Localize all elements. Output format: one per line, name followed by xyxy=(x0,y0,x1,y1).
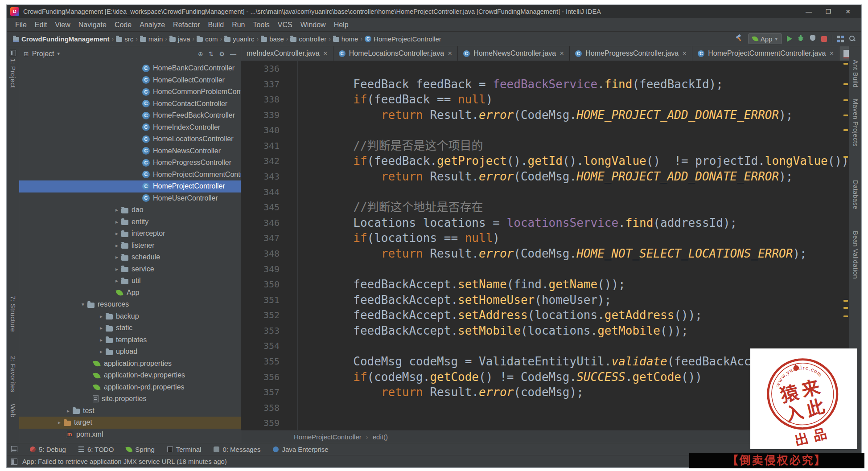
expand-arrow-icon[interactable]: ▸ xyxy=(55,419,64,426)
editor-tab-homeprogresscontroller-java[interactable]: CHomeProgressController.java✕ xyxy=(570,46,692,61)
line-number[interactable]: 338 xyxy=(241,92,297,107)
line-number[interactable]: 343 xyxy=(241,169,297,184)
panel-title-caret-icon[interactable]: ▾ xyxy=(58,51,60,57)
breadcrumb-item-base[interactable]: base xyxy=(261,35,284,43)
breadcrumb-item-home[interactable]: home xyxy=(333,35,358,43)
breadcrumb-item-crowdfundingmanagement[interactable]: CrowdFundingManagement xyxy=(13,35,110,43)
expand-arrow-icon[interactable]: ▸ xyxy=(112,219,121,225)
code-line[interactable]: 344 xyxy=(241,184,849,200)
tree-item-static[interactable]: ▸static xyxy=(19,322,241,334)
tree-item-homeprojectcommentcontroller[interactable]: CHomeProjectCommentController xyxy=(19,169,241,181)
maximize-button[interactable]: ❐ xyxy=(819,5,838,18)
code-line[interactable]: 342 if(feedBack.getProject().getId().lon… xyxy=(241,153,849,169)
expand-arrow-icon[interactable]: ▸ xyxy=(112,230,121,237)
code-line[interactable]: 346 Locations locations = locationsServi… xyxy=(241,215,849,231)
line-number[interactable]: 342 xyxy=(241,153,297,169)
expand-arrow-icon[interactable]: ▸ xyxy=(112,242,121,249)
code-line[interactable]: 353 feedBackAccept.setMobile(locations.g… xyxy=(241,323,849,339)
line-number[interactable]: 358 xyxy=(241,400,297,416)
tree-item-homenewscontroller[interactable]: CHomeNewsController xyxy=(19,145,241,157)
breadcrumb-method[interactable]: edit() xyxy=(373,433,388,441)
breadcrumb-item-homeprojectcontroller[interactable]: CHomeProjectController xyxy=(365,35,441,43)
line-number[interactable]: 341 xyxy=(241,138,297,154)
code-line[interactable]: 338 if(feedBack == null) xyxy=(241,92,849,107)
menu-item-run[interactable]: Run xyxy=(228,18,249,32)
run-config-selector[interactable]: App ▾ xyxy=(748,33,782,44)
tree-item-application-dev-properties[interactable]: application-dev.properties xyxy=(19,369,241,381)
expand-arrow-icon[interactable]: ▸ xyxy=(97,337,106,343)
breadcrumb-item-src[interactable]: src xyxy=(116,35,133,43)
line-number[interactable]: 353 xyxy=(241,323,297,339)
breadcrumb-item-com[interactable]: com xyxy=(197,35,218,43)
tree-item-homecommonproblemcontroller[interactable]: CHomeCommonProblemController xyxy=(19,86,241,98)
expand-arrow-icon[interactable]: ▸ xyxy=(97,313,106,319)
tree-item-homebankcardcontroller[interactable]: CHomeBankCardController xyxy=(19,62,241,74)
tree-item-templates[interactable]: ▸templates xyxy=(19,334,241,346)
tree-item-dao[interactable]: ▸dao xyxy=(19,204,241,216)
line-number[interactable]: 356 xyxy=(241,369,297,385)
menu-item-refactor[interactable]: Refactor xyxy=(169,18,204,32)
menu-item-file[interactable]: File xyxy=(11,18,31,32)
minimize-button[interactable]: — xyxy=(799,5,819,18)
editor-tab-meindexcontroller-java[interactable]: meIndexController.java✕ xyxy=(241,46,333,61)
editor-tab-homeprojectcommentcontroller-java[interactable]: CHomeProjectCommentController.java✕ xyxy=(692,46,839,61)
code-line[interactable]: 351 feedBackAccept.setHomeUser(homeUser)… xyxy=(241,292,849,308)
collapse-all-icon[interactable]: ⇅ xyxy=(209,50,214,57)
line-number[interactable]: 345 xyxy=(241,200,297,215)
tree-item-util[interactable]: ▸util xyxy=(19,275,241,287)
line-number[interactable]: 340 xyxy=(241,123,297,138)
tool-button-database[interactable]: Database xyxy=(849,180,861,209)
search-icon[interactable] xyxy=(849,35,856,42)
close-icon[interactable]: ✕ xyxy=(448,50,452,57)
tree-item-homefeedbackcontroller[interactable]: CHomeFeedBackController xyxy=(19,110,241,122)
menu-item-build[interactable]: Build xyxy=(204,18,228,32)
breadcrumb-item-controller[interactable]: controller xyxy=(290,35,326,43)
expand-arrow-icon[interactable]: ▾ xyxy=(78,301,87,307)
panel-title[interactable]: Project xyxy=(32,50,54,58)
tool-button-spring[interactable]: Spring xyxy=(126,446,154,453)
line-number[interactable]: 337 xyxy=(241,77,297,92)
code-line[interactable]: 337 FeedBack feedBack = feedBackService.… xyxy=(241,77,849,92)
tool-button-maven-projects[interactable]: Maven Projects xyxy=(849,99,861,147)
code-line[interactable]: 349 xyxy=(241,262,849,277)
tree-item-schedule[interactable]: ▸schedule xyxy=(19,251,241,263)
tree-item-resources[interactable]: ▾resources xyxy=(19,299,241,311)
tree-item-app[interactable]: App xyxy=(19,287,241,299)
tree-item-service[interactable]: ▸service xyxy=(19,263,241,275)
expand-arrow-icon[interactable]: ▸ xyxy=(112,278,121,284)
tree-item-homeprojectcontroller[interactable]: CHomeProjectController xyxy=(19,180,241,192)
run-button[interactable] xyxy=(787,36,792,42)
toolwindow-toggle-icon[interactable] xyxy=(11,446,17,452)
line-number[interactable]: 352 xyxy=(241,307,297,323)
menu-item-edit[interactable]: Edit xyxy=(31,18,51,32)
tool-button-bean-validation[interactable]: Bean Validation xyxy=(849,231,861,279)
line-number[interactable]: 348 xyxy=(241,246,297,262)
breadcrumb-class[interactable]: HomeProjectController xyxy=(294,433,362,441)
menu-item-code[interactable]: Code xyxy=(111,18,136,32)
menu-item-window[interactable]: Window xyxy=(296,18,330,32)
close-button[interactable]: ✕ xyxy=(838,5,858,18)
line-number[interactable]: 344 xyxy=(241,184,297,200)
tool-button-web[interactable]: Web xyxy=(7,404,19,418)
expand-arrow-icon[interactable]: ▸ xyxy=(112,254,121,260)
breadcrumb-item-main[interactable]: main xyxy=(140,35,163,43)
tool-button-5-debug[interactable]: 5: Debug xyxy=(30,446,66,453)
locate-file-icon[interactable]: ⊕ xyxy=(198,50,203,57)
line-number[interactable]: 339 xyxy=(241,107,297,123)
line-number[interactable]: 347 xyxy=(241,230,297,246)
settings-gear-icon[interactable]: ⚙ xyxy=(219,50,225,57)
tree-item-backup[interactable]: ▸backup xyxy=(19,311,241,323)
tool-button-terminal[interactable]: Terminal xyxy=(167,446,202,453)
tool-button-0-messages[interactable]: 0: Messages xyxy=(214,446,260,453)
menu-item-navigate[interactable]: Navigate xyxy=(74,18,111,32)
tool-button-7-structure[interactable]: 7: Structure xyxy=(7,296,19,332)
tree-item-target[interactable]: ▸target xyxy=(19,417,241,429)
menu-item-vcs[interactable]: VCS xyxy=(274,18,296,32)
expand-arrow-icon[interactable]: ▸ xyxy=(97,348,106,355)
line-number[interactable]: 357 xyxy=(241,385,297,400)
build-hammer-icon[interactable] xyxy=(735,34,743,44)
tool-button-ant-build[interactable]: Ant Build xyxy=(849,60,861,88)
line-number[interactable]: 350 xyxy=(241,277,297,292)
line-number[interactable]: 354 xyxy=(241,338,297,354)
editor-tab-homelocationscontroller-java[interactable]: CHomeLocationsController.java✕ xyxy=(333,46,458,61)
